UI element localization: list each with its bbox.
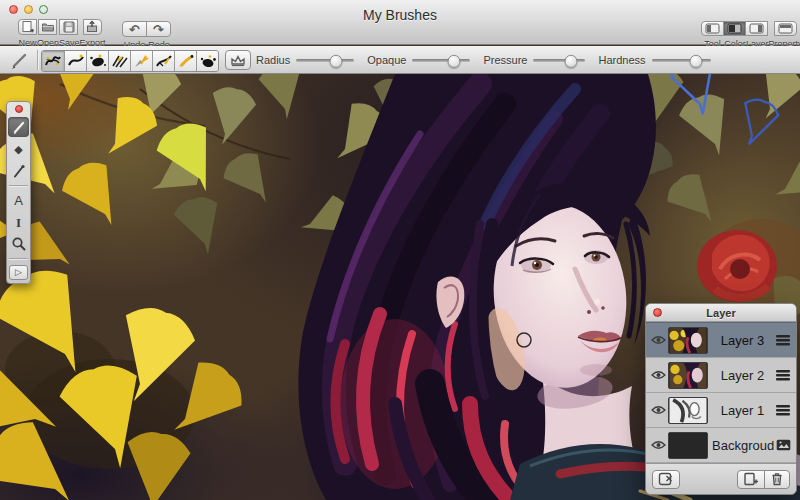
brush-preset-yellow-paint[interactable] bbox=[174, 51, 196, 71]
panel-toggle-group: Tool Color Layer Property bbox=[701, 21, 800, 49]
tool-panel-icon bbox=[705, 23, 720, 34]
layer-row-2[interactable]: Layer 2 bbox=[646, 358, 796, 393]
text-cursor-icon: I bbox=[16, 216, 21, 229]
palette-divider bbox=[9, 258, 28, 259]
slider-thumb[interactable] bbox=[565, 54, 578, 67]
open-button[interactable] bbox=[38, 19, 57, 35]
play-icon: ▷ bbox=[15, 268, 22, 277]
brush-preset-splatter[interactable] bbox=[196, 51, 218, 71]
layer-action-group bbox=[737, 470, 790, 489]
undo-button[interactable]: ↶ bbox=[122, 21, 147, 37]
hardness-track[interactable] bbox=[652, 59, 711, 62]
delete-layer-button[interactable] bbox=[652, 470, 680, 489]
yellow-paint-brush-icon bbox=[176, 53, 196, 69]
brush-sliders: Radius Opaque Pressure Hardness bbox=[256, 46, 724, 74]
pen-tool-icon bbox=[10, 162, 28, 180]
layer-panel-close-button[interactable] bbox=[653, 308, 662, 317]
layer-thumbnail[interactable] bbox=[668, 327, 708, 354]
pressure-track[interactable] bbox=[533, 59, 585, 62]
text-cursor-tool-button[interactable]: I bbox=[8, 212, 29, 232]
palette-close-button[interactable] bbox=[15, 105, 23, 113]
brush-preset-group bbox=[41, 50, 219, 72]
new-layer-button[interactable] bbox=[737, 470, 765, 489]
brush-toolbar: Radius Opaque Pressure Hardness bbox=[0, 46, 800, 74]
save-floppy-icon bbox=[62, 20, 76, 34]
brush-tool-button[interactable] bbox=[8, 117, 29, 137]
layer-panel-icon bbox=[749, 23, 764, 34]
pen-tool-button[interactable] bbox=[8, 161, 29, 181]
redo-button[interactable]: ↷ bbox=[146, 21, 171, 37]
hardness-slider: Hardness bbox=[598, 54, 710, 66]
zoom-tool-button[interactable] bbox=[8, 234, 29, 254]
opaque-track[interactable] bbox=[412, 59, 470, 62]
layer-panel-titlebar: Layer bbox=[646, 304, 796, 322]
brush-library-button[interactable] bbox=[225, 50, 251, 70]
eraser-icon: ◆ bbox=[14, 144, 22, 155]
tool-panel-button[interactable] bbox=[701, 21, 724, 36]
redo-icon: ↷ bbox=[153, 23, 164, 36]
export-button[interactable] bbox=[83, 19, 102, 35]
layer-thumbnail[interactable] bbox=[668, 397, 708, 424]
layer-name: Layer 2 bbox=[712, 368, 773, 383]
layer-panel-title: Layer bbox=[706, 307, 735, 319]
text-tool-icon: A bbox=[14, 194, 23, 207]
color-panel-button[interactable] bbox=[723, 21, 746, 36]
play-button[interactable]: ▷ bbox=[9, 265, 28, 280]
current-brush-button[interactable] bbox=[8, 49, 32, 71]
visibility-eye-icon[interactable] bbox=[651, 440, 668, 450]
eraser-tool-button[interactable]: ◆ bbox=[8, 139, 29, 159]
file-button-group: New Open Save Export bbox=[18, 19, 106, 48]
radius-label: Radius bbox=[256, 54, 290, 66]
layer-row-1[interactable]: Layer 1 bbox=[646, 393, 796, 428]
layer-menu-icon[interactable] bbox=[773, 404, 790, 416]
layer-thumbnail[interactable] bbox=[668, 432, 708, 459]
brush-preset-yellow-pencil[interactable] bbox=[130, 51, 152, 71]
opaque-slider: Opaque bbox=[367, 54, 470, 66]
slider-thumb[interactable] bbox=[448, 54, 461, 67]
new-button[interactable] bbox=[18, 19, 37, 35]
property-panel-button[interactable] bbox=[774, 21, 797, 36]
layer-thumbnail[interactable] bbox=[668, 362, 708, 389]
layer-menu-icon[interactable] bbox=[773, 369, 790, 381]
layer-panel-footer bbox=[646, 463, 796, 494]
brush-preset-scribble[interactable] bbox=[42, 51, 64, 71]
layer-row-3[interactable]: Layer 3 bbox=[646, 322, 796, 358]
window-title: My Brushes bbox=[0, 7, 800, 23]
hardness-label: Hardness bbox=[598, 54, 645, 66]
property-panel-icon bbox=[778, 23, 793, 34]
visibility-eye-icon[interactable] bbox=[651, 370, 668, 380]
radius-slider: Radius bbox=[256, 54, 354, 66]
layer-menu-icon[interactable] bbox=[773, 334, 790, 346]
save-button[interactable] bbox=[59, 19, 78, 35]
brush-preset-curve[interactable] bbox=[64, 51, 86, 71]
background-image-icon[interactable] bbox=[774, 439, 791, 451]
opaque-label: Opaque bbox=[367, 54, 406, 66]
layer-row-background[interactable]: Backgroud bbox=[646, 428, 796, 463]
ink-blob-brush-icon bbox=[88, 53, 108, 69]
trash-layer-button[interactable] bbox=[764, 470, 790, 489]
remove-page-icon bbox=[658, 472, 674, 486]
brush-preset-marker[interactable] bbox=[152, 51, 174, 71]
layer-panel: Layer Layer 3 Layer 2 bbox=[645, 303, 797, 495]
brush-preset-scratch[interactable] bbox=[108, 51, 130, 71]
visibility-eye-icon[interactable] bbox=[651, 335, 668, 345]
text-tool-button[interactable]: A bbox=[8, 190, 29, 210]
visibility-eye-icon[interactable] bbox=[651, 405, 668, 415]
layer-name: Backgroud bbox=[712, 438, 774, 453]
layer-panel-button[interactable] bbox=[745, 21, 768, 36]
brush-tool-icon bbox=[10, 118, 28, 136]
pressure-slider: Pressure bbox=[483, 54, 585, 66]
splatter-brush-icon bbox=[198, 53, 218, 69]
magnifier-icon bbox=[10, 236, 27, 253]
new-page-icon bbox=[743, 472, 759, 486]
radius-track[interactable] bbox=[296, 59, 354, 62]
brush-preset-ink-blob[interactable] bbox=[86, 51, 108, 71]
pressure-label: Pressure bbox=[483, 54, 527, 66]
open-folder-icon bbox=[41, 20, 55, 34]
color-panel-icon bbox=[727, 23, 742, 34]
trash-icon bbox=[770, 472, 784, 486]
tool-palette: ◆ A I ▷ bbox=[6, 101, 31, 284]
slider-thumb[interactable] bbox=[330, 54, 343, 67]
slider-thumb[interactable] bbox=[689, 54, 702, 67]
brush-cup-icon bbox=[229, 53, 247, 67]
